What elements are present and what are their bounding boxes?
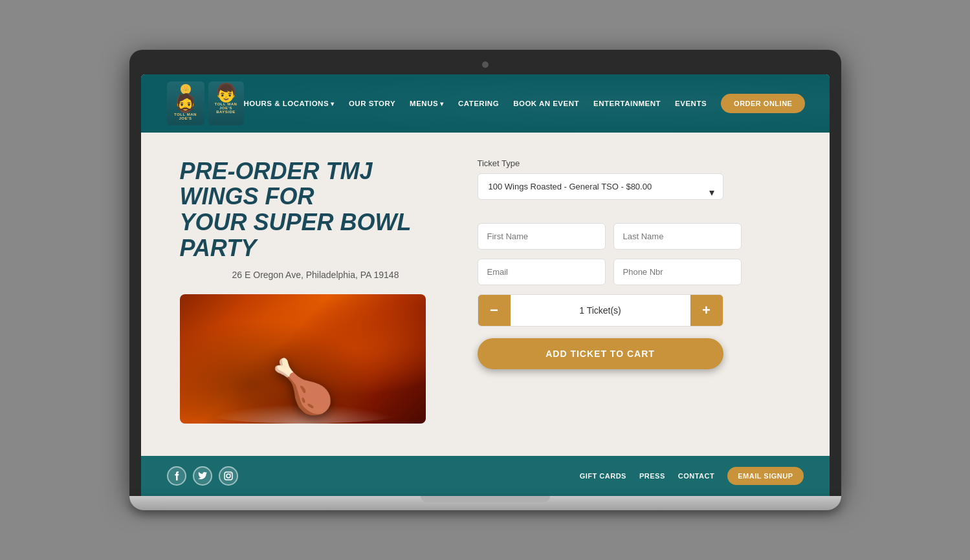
plate-decoration <box>206 404 400 424</box>
twitter-icon[interactable] <box>193 466 212 486</box>
email-input[interactable] <box>478 259 606 285</box>
logo-figure-1: 🧔 <box>174 94 197 113</box>
add-to-cart-button[interactable]: ADD TICKET TO CART <box>478 338 723 369</box>
footer-press[interactable]: PRESS <box>639 472 665 480</box>
name-row <box>478 223 723 250</box>
first-name-input[interactable] <box>478 223 606 250</box>
svg-point-2 <box>230 473 231 475</box>
nav-links: HOURS & LOCATIONS OUR STORY MENUS CATERI… <box>244 94 806 113</box>
nav-our-story[interactable]: OUR STORY <box>349 100 395 107</box>
main-content: PRE-ORDER TMJ WINGS FOR YOUR SUPER BOWL … <box>141 133 830 456</box>
svg-point-1 <box>226 474 230 478</box>
logo-figure-2: 👦 <box>215 84 237 102</box>
nav-menus[interactable]: MENUS <box>410 100 444 107</box>
ticket-select-wrapper: 100 Wings Roasted - General TSO - $80.00… <box>478 173 723 211</box>
laptop-notch <box>421 496 550 502</box>
camera <box>482 61 489 68</box>
logo-text-1: TOLL MANJOE'S <box>174 113 197 120</box>
logo-text-2: TOLL MANJOE'SBAYSIDE <box>215 102 237 114</box>
footer-contact[interactable]: CONTACT <box>678 472 714 480</box>
ticket-type-label: Ticket Type <box>478 158 723 168</box>
event-title-line1: PRE-ORDER TMJ WINGS FOR <box>180 158 373 210</box>
laptop-frame: 👑 🧔 TOLL MANJOE'S 👦 TOLL MANJOE'SBAYSIDE… <box>129 50 841 510</box>
laptop-screen: 👑 🧔 TOLL MANJOE'S 👦 TOLL MANJOE'SBAYSIDE… <box>129 50 841 496</box>
contact-row <box>478 259 723 285</box>
nav-entertainment[interactable]: ENTERTAINMENT <box>593 100 661 107</box>
left-panel: PRE-ORDER TMJ WINGS FOR YOUR SUPER BOWL … <box>180 158 452 424</box>
footer-links: GIFT CARDS PRESS CONTACT EMAIL SIGNUP <box>580 467 804 485</box>
quantity-decrease-button[interactable]: − <box>478 295 511 326</box>
logo-area: 👑 🧔 TOLL MANJOE'S 👦 TOLL MANJOE'SBAYSIDE <box>167 81 244 125</box>
instagram-icon[interactable] <box>219 466 238 486</box>
logo-tollman: 👑 🧔 TOLL MANJOE'S <box>167 81 204 125</box>
footer-gift-cards[interactable]: GIFT CARDS <box>580 472 626 480</box>
logo-bayside: 👦 TOLL MANJOE'SBAYSIDE <box>208 81 244 125</box>
event-title-line2: YOUR SUPER BOWL PARTY <box>180 209 411 261</box>
logo-container: 👑 🧔 TOLL MANJOE'S 👦 TOLL MANJOE'SBAYSIDE <box>167 81 244 125</box>
event-address: 26 E Oregon Ave, Philadelphia, PA 19148 <box>180 270 452 280</box>
nav-hours-locations[interactable]: HOURS & LOCATIONS <box>244 100 335 107</box>
nav-catering[interactable]: CATERING <box>458 100 499 107</box>
facebook-icon[interactable] <box>167 466 186 486</box>
quantity-display: 1 Ticket(s) <box>511 295 690 326</box>
nav-events[interactable]: EVENTS <box>675 100 707 107</box>
quantity-row: − 1 Ticket(s) + <box>478 294 723 327</box>
screen-content: 👑 🧔 TOLL MANJOE'S 👦 TOLL MANJOE'SBAYSIDE… <box>141 74 830 496</box>
laptop-base <box>129 496 841 510</box>
quantity-increase-button[interactable]: + <box>690 295 723 326</box>
last-name-input[interactable] <box>613 223 742 250</box>
social-links <box>167 466 238 486</box>
nav-book-event[interactable]: BOOK AN EVENT <box>513 100 579 107</box>
right-panel: Ticket Type 100 Wings Roasted - General … <box>478 158 723 424</box>
event-title: PRE-ORDER TMJ WINGS FOR YOUR SUPER BOWL … <box>180 158 452 261</box>
phone-input[interactable] <box>613 259 742 285</box>
ticket-type-select[interactable]: 100 Wings Roasted - General TSO - $80.00… <box>478 173 723 200</box>
email-signup-button[interactable]: EMAIL SIGNUP <box>727 467 803 485</box>
svg-rect-0 <box>225 472 232 480</box>
order-online-button[interactable]: ORDER ONLINE <box>721 94 805 113</box>
footer: GIFT CARDS PRESS CONTACT EMAIL SIGNUP <box>141 456 830 496</box>
navigation: 👑 🧔 TOLL MANJOE'S 👦 TOLL MANJOE'SBAYSIDE… <box>141 74 830 133</box>
wings-photo <box>180 294 426 424</box>
